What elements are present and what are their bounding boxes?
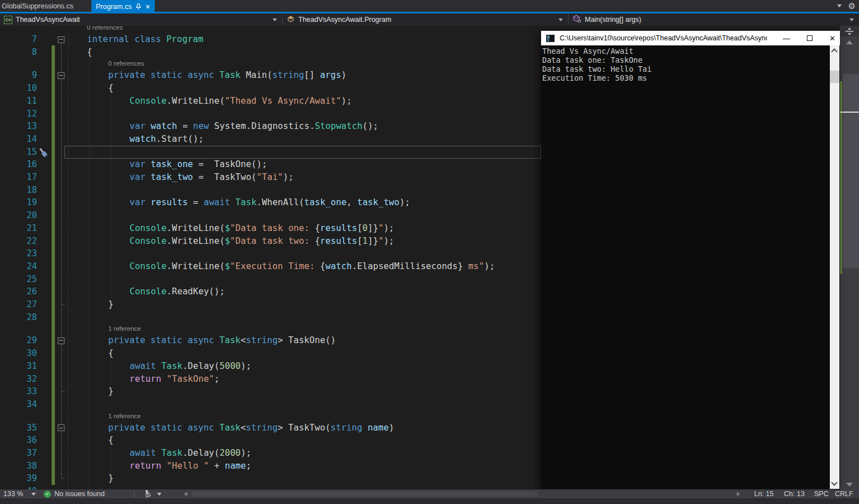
line-number[interactable]: 28	[0, 311, 37, 324]
type-dropdown[interactable]: TheadVsAsyncAwait.Program	[282, 13, 568, 26]
line-number[interactable]: 32	[0, 373, 37, 386]
scroll-down-icon[interactable]	[846, 483, 853, 487]
fold-collapse-button[interactable]	[58, 36, 64, 43]
line-number[interactable]: 34	[0, 398, 37, 411]
line-number[interactable]: 9	[0, 69, 37, 82]
code-line[interactable]: Console.WriteLine($"Data task one: {resu…	[130, 222, 394, 235]
line-number[interactable]: 13	[0, 120, 37, 133]
minimize-button[interactable]: —	[783, 35, 790, 42]
code-line[interactable]: watch.Start();	[130, 133, 204, 146]
scroll-up-icon[interactable]	[831, 48, 837, 54]
line-number[interactable]: 15	[0, 146, 37, 159]
code-line[interactable]: private static async Task Main(string[] …	[108, 69, 347, 82]
scrollbar-thumb[interactable]	[843, 74, 859, 268]
line-number[interactable]: 37	[0, 447, 37, 460]
line-number[interactable]: 39	[0, 472, 37, 485]
line-number[interactable]: 11	[0, 95, 37, 108]
close-button[interactable]: ✕	[829, 35, 835, 42]
divider	[134, 490, 135, 498]
line-number[interactable]: 7	[0, 33, 37, 46]
line-number[interactable]: 19	[0, 196, 37, 209]
scroll-left-icon[interactable]	[184, 492, 187, 496]
codelens-references[interactable]: 0 references	[87, 26, 123, 33]
health-indicator[interactable]: No issues found	[54, 489, 105, 498]
project-dropdown[interactable]: C# TheadVsAsyncAwait	[0, 13, 282, 26]
code-cleanup-caret-icon[interactable]	[157, 493, 161, 496]
console-window[interactable]: C:\Users\tainv10\source\repos\TheadVsAsy…	[541, 31, 840, 489]
line-number[interactable]: 30	[0, 347, 37, 360]
line-number[interactable]: 27	[0, 298, 37, 311]
code-line[interactable]: var task_one = TaskOne();	[130, 158, 267, 171]
code-line[interactable]: return "TaskOne";	[130, 373, 220, 386]
line-number[interactable]: 21	[0, 222, 37, 235]
codelens-references[interactable]: 1 reference	[108, 411, 141, 422]
codelens-references[interactable]: 1 reference	[108, 323, 141, 334]
line-number[interactable]: 33	[0, 385, 37, 398]
fold-collapse-button[interactable]	[58, 424, 64, 431]
horizontal-scrollbar-thumb[interactable]	[192, 491, 537, 497]
code-line[interactable]: }	[108, 298, 113, 311]
line-number[interactable]: 25	[0, 273, 37, 286]
line-number[interactable]: 36	[0, 434, 37, 447]
scroll-up-icon[interactable]	[846, 40, 853, 44]
fold-collapse-button[interactable]	[58, 72, 64, 79]
code-line[interactable]: private static async Task<string> TaskTw…	[108, 422, 394, 434]
codelens-references[interactable]: 0 references	[108, 58, 144, 69]
code-line[interactable]: Console.WriteLine($"Execution Time: {wat…	[130, 260, 495, 273]
code-line[interactable]: {	[108, 347, 113, 360]
line-number[interactable]: 18	[0, 184, 37, 197]
maximize-button[interactable]	[807, 35, 812, 41]
line-number[interactable]: 17	[0, 171, 37, 184]
line-number[interactable]: 40	[0, 485, 37, 489]
code-line[interactable]: {	[108, 82, 113, 95]
gear-icon[interactable]: ⚙	[848, 2, 856, 10]
code-line[interactable]: var task_two = TaskTwo("Tai");	[130, 171, 294, 184]
zoom-caret-icon[interactable]	[31, 493, 36, 496]
splitter-icon[interactable]	[840, 26, 859, 36]
line-number[interactable]: 35	[0, 422, 37, 434]
line-number[interactable]: 16	[0, 158, 37, 171]
close-icon[interactable]: ✕	[145, 4, 150, 10]
code-line[interactable]: Console.WriteLine("Thead Vs Async/Await"…	[130, 95, 352, 108]
line-number[interactable]: 23	[0, 247, 37, 260]
console-title-bar[interactable]: C:\Users\tainv10\source\repos\TheadVsAsy…	[541, 31, 840, 45]
editor-vertical-scrollbar[interactable]	[840, 26, 859, 489]
code-line[interactable]: {	[108, 434, 113, 447]
code-line[interactable]: var results = await Task.WhenAll(task_on…	[130, 196, 410, 209]
line-number[interactable]: 20	[0, 209, 37, 222]
line-number[interactable]: 24	[0, 260, 37, 273]
scrollbar-thumb[interactable]	[830, 71, 839, 83]
code-line[interactable]: await Task.Delay(5000);	[130, 360, 251, 373]
console-scrollbar[interactable]	[830, 45, 839, 489]
line-number[interactable]: 26	[0, 285, 37, 298]
code-line[interactable]: var watch = new System.Diagnostics.Stopw…	[130, 120, 378, 133]
member-dropdown[interactable]: Main(string[] args)	[568, 13, 859, 26]
fold-collapse-button[interactable]	[58, 337, 64, 344]
line-number[interactable]: 14	[0, 133, 37, 146]
scroll-right-icon[interactable]	[737, 492, 740, 496]
tab-label: Program.cs	[96, 3, 132, 11]
pin-icon[interactable]	[136, 3, 141, 10]
tab-globalsuppressions[interactable]: GlobalSuppressions.cs	[0, 0, 78, 12]
code-line[interactable]: }	[108, 385, 113, 398]
fold-end-tick	[61, 478, 65, 479]
code-line[interactable]: internal class Program	[87, 33, 204, 46]
scroll-down-icon[interactable]	[831, 479, 837, 485]
code-line[interactable]: Console.ReadKey();	[130, 285, 225, 298]
code-line[interactable]: }	[108, 472, 113, 485]
line-number[interactable]: 10	[0, 82, 37, 95]
line-number[interactable]: 31	[0, 360, 37, 373]
code-line[interactable]: Console.WriteLine($"Data task two: {resu…	[130, 235, 394, 248]
document-list-caret-icon[interactable]	[837, 4, 842, 7]
line-number[interactable]: 29	[0, 334, 37, 347]
zoom-level[interactable]: 133 %	[3, 489, 23, 498]
quick-actions-screwdriver-icon[interactable]	[37, 147, 49, 158]
line-number[interactable]: 12	[0, 108, 37, 121]
line-number[interactable]: 22	[0, 235, 37, 248]
code-line[interactable]: return "Hello " + name;	[130, 460, 251, 473]
code-line[interactable]: await Task.Delay(2000);	[130, 447, 251, 460]
code-line[interactable]: private static async Task<string> TaskOn…	[108, 334, 336, 347]
line-number[interactable]: 38	[0, 460, 37, 473]
line-number[interactable]: 8	[0, 46, 37, 59]
code-line[interactable]: {	[87, 46, 92, 59]
